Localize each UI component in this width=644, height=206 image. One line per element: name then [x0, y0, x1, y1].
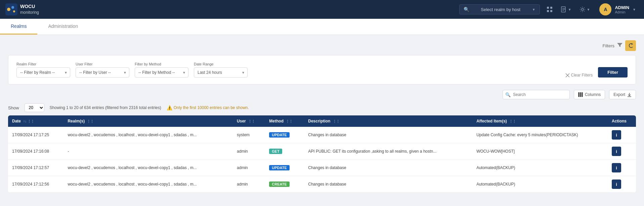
- col-user[interactable]: User ⋮⋮: [233, 115, 265, 127]
- entries-info: Showing 1 to 20 of 634 entries (filtered…: [50, 105, 161, 110]
- warning-text: Only the first 10000 entries can be show…: [174, 105, 249, 110]
- cell-description: Changes in database: [304, 176, 472, 193]
- table-row: 17/09/2024 17:12:56 wocu-devel2 , wocude…: [8, 176, 636, 193]
- controls-row: 🔍 Columns Export: [8, 90, 636, 99]
- method-filter-select[interactable]: -- Filter by Method --: [135, 67, 188, 78]
- chevron-icon: ▼: [587, 8, 590, 11]
- sort-icon: ⋮⋮: [248, 119, 255, 123]
- columns-label: Columns: [585, 92, 601, 97]
- sort-icon: ⋮⋮: [509, 119, 516, 123]
- search-input[interactable]: [503, 90, 570, 99]
- svg-point-12: [582, 8, 584, 10]
- table-body: 17/09/2024 17:17:25 wocu-devel2 , wocude…: [8, 127, 636, 193]
- admin-name: ADMIN: [615, 5, 629, 10]
- tab-administration[interactable]: Administration: [37, 19, 89, 35]
- filters-top-bar: Filters: [8, 40, 636, 51]
- svg-rect-5: [550, 7, 552, 9]
- filter-button[interactable]: Filter: [598, 67, 628, 78]
- cell-actions: i: [608, 143, 636, 160]
- clear-icon: [565, 73, 570, 78]
- refresh-button[interactable]: [625, 40, 636, 51]
- settings-icon-button[interactable]: ▼: [577, 5, 593, 14]
- download-icon: [627, 93, 632, 97]
- cell-actions: i: [608, 176, 636, 193]
- show-select[interactable]: 20 50 100: [25, 103, 44, 112]
- columns-button[interactable]: Columns: [574, 90, 605, 99]
- action-info-button[interactable]: i: [612, 163, 621, 172]
- admin-info: ADMIN Admin: [615, 5, 629, 14]
- logo-line2: monitoring: [20, 10, 39, 15]
- chevron-down-icon: ▼: [532, 8, 535, 11]
- main-content: Filters Realm Filter -- Filter by Realm …: [0, 35, 644, 198]
- chevron-down-icon: ▼: [633, 8, 636, 11]
- tab-realms[interactable]: Realms: [0, 19, 37, 35]
- action-info-button[interactable]: i: [612, 130, 621, 140]
- table-row: 17/09/2024 17:17:25 wocu-devel2 , wocude…: [8, 127, 636, 143]
- cell-description: Changes in database: [304, 127, 472, 143]
- col-affected[interactable]: Affected Item(s) ⋮⋮: [472, 115, 608, 127]
- tab-bar: Realms Administration: [0, 19, 644, 35]
- cell-affected: WOCU-WOW[HOST]: [472, 143, 608, 160]
- sort-icon: ⋮⋮: [333, 119, 340, 123]
- export-button[interactable]: Export: [609, 90, 636, 99]
- admin-area[interactable]: A ADMIN Admin ▼: [597, 2, 639, 17]
- clear-filters-button[interactable]: Clear Filters: [565, 73, 593, 78]
- sort-icon: ⋮⋮: [87, 119, 94, 123]
- cell-realms: wocu-devel2 , wocudemos , localhost , wo…: [63, 160, 233, 176]
- svg-rect-17: [582, 92, 583, 97]
- cell-date: 17/09/2024 17:17:25: [8, 127, 63, 143]
- user-filter-select[interactable]: -- Filter by User --: [76, 67, 129, 78]
- search-wrapper: 🔍: [503, 90, 570, 99]
- svg-rect-7: [550, 10, 552, 12]
- cell-realms: -: [63, 143, 233, 160]
- cell-method: UPDATE: [265, 160, 304, 176]
- realm-filter-label: Realm Filter: [16, 62, 70, 66]
- clear-filters-label: Clear Filters: [571, 73, 593, 78]
- columns-icon: [578, 92, 583, 97]
- search-icon: 🔍: [464, 7, 469, 12]
- action-info-button[interactable]: i: [612, 147, 621, 156]
- col-date[interactable]: Date ↑↓ ⋮⋮: [8, 115, 63, 127]
- date-range-select[interactable]: Last 24 hours: [194, 67, 248, 78]
- svg-rect-6: [547, 10, 549, 12]
- col-method[interactable]: Method ⋮⋮: [265, 115, 304, 127]
- warning-icon: ⚠️: [167, 105, 172, 110]
- table-row: 17/09/2024 17:16:08 - admin GET API PUBL…: [8, 143, 636, 160]
- document-icon: [561, 6, 567, 12]
- cell-date: 17/09/2024 17:12:56: [8, 176, 63, 193]
- refresh-icon: [628, 43, 633, 48]
- user-filter-wrapper: -- Filter by User -- ▼: [76, 67, 129, 78]
- grid-icon-button[interactable]: [544, 5, 555, 14]
- document-icon-button[interactable]: ▼: [558, 5, 574, 14]
- date-range-group: Date Range Last 24 hours ▼: [194, 62, 248, 78]
- svg-point-1: [7, 8, 10, 11]
- user-filter-label: User Filter: [76, 62, 129, 66]
- action-info-button[interactable]: i: [612, 179, 621, 189]
- col-description[interactable]: Description ⋮⋮: [304, 115, 472, 127]
- realm-filter-select[interactable]: -- Filter by Realm --: [16, 67, 70, 78]
- realm-select-button[interactable]: 🔍 Select realm by host ▼: [459, 4, 540, 14]
- cell-method: GET: [265, 143, 304, 160]
- realm-filter-wrapper: -- Filter by Realm -- ▼: [16, 67, 70, 78]
- col-realms[interactable]: Realm(s) ⋮⋮: [63, 115, 233, 127]
- user-filter-group: User Filter -- Filter by User -- ▼: [76, 62, 129, 78]
- gear-icon: [579, 6, 586, 12]
- funnel-icon: [617, 43, 622, 48]
- cell-method: UPDATE: [265, 127, 304, 143]
- filters-label: Filters: [603, 43, 614, 48]
- svg-rect-15: [578, 92, 579, 97]
- logo-text: WOCU monitoring: [20, 4, 39, 15]
- filter-toggle-button[interactable]: [617, 43, 622, 49]
- filter-row: Realm Filter -- Filter by Realm -- ▼ Use…: [8, 55, 636, 85]
- realm-filter-group: Realm Filter -- Filter by Realm -- ▼: [16, 62, 70, 78]
- col-actions: Actions: [608, 115, 636, 127]
- svg-point-2: [11, 6, 14, 9]
- chevron-icon: ▼: [568, 8, 571, 11]
- warning-badge: ⚠️ Only the first 10000 entries can be s…: [167, 105, 249, 110]
- method-filter-label: Filter by Method: [135, 62, 188, 66]
- header: WOCU monitoring 🔍 Select realm by host ▼: [0, 0, 644, 19]
- grid-icon: [547, 6, 553, 12]
- search-icon: 🔍: [505, 92, 511, 97]
- wocu-logo-icon: [5, 3, 17, 15]
- export-label: Export: [613, 92, 625, 97]
